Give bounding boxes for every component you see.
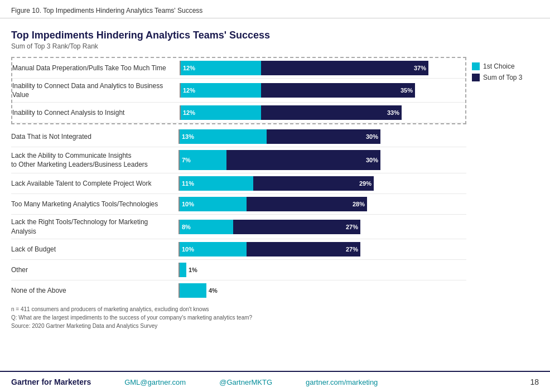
- legend-color-first: [472, 62, 480, 70]
- bar-first-value: 10%: [182, 201, 194, 207]
- bar-group: 30%13%: [178, 129, 466, 144]
- bar-row: Manual Data Preperation/Pulls Take Too M…: [12, 58, 465, 79]
- legend-label-top3: Sum of Top 3: [483, 74, 523, 81]
- bar-top3-value: 35%: [401, 87, 413, 94]
- footer-twitter: @GartnerMKTG: [219, 378, 272, 386]
- bar-label: Other: [11, 265, 178, 274]
- bar-row: Too Many Marketing Analytics Tools/Techn…: [11, 194, 466, 215]
- bar-first: 11%: [180, 176, 253, 191]
- bar-row: Inability to Connect Analysis to Insight…: [12, 103, 465, 123]
- bar-row: Lack the Right Tools/Technology for Mark…: [11, 215, 466, 239]
- page: Figure 10. Top Impediments Hindering Ana…: [0, 0, 550, 392]
- figure-label: Figure 10. Top Impediments Hindering Ana…: [0, 0, 550, 18]
- bar-label: Inability to Connect Data and Analytics …: [12, 81, 180, 99]
- footer-page: 18: [530, 378, 539, 386]
- chart-subtitle: Sum of Top 3 Rank/Top Rank: [11, 42, 539, 50]
- bar-first: 8%: [180, 220, 233, 234]
- bar-group: 28%10%: [178, 197, 466, 211]
- legend-item-first: 1st Choice: [472, 62, 539, 70]
- bar-row: Lack the Ability to Communicate Insights…: [11, 147, 466, 173]
- bar-top3-value: 28%: [353, 201, 365, 207]
- bar-group: 27%8%: [178, 220, 466, 234]
- bar-first-value: 12%: [183, 109, 195, 116]
- bar-top3-value: 27%: [346, 246, 358, 253]
- bar-label: Inability to Connect Analysis to Insight: [12, 108, 180, 117]
- chart-container: Top Impediments Hindering Analytics Team…: [0, 18, 550, 371]
- legend: 1st Choice Sum of Top 3: [466, 57, 539, 365]
- bar-first-value: 12%: [183, 87, 195, 94]
- bar-label: Lack the Ability to Communicate Insights…: [11, 151, 178, 169]
- bar-row: Data That is Not Integrated30%13%: [11, 127, 466, 147]
- legend-item-top3: Sum of Top 3: [472, 74, 539, 81]
- bar-top3-value: 27%: [346, 224, 358, 230]
- bar-group: 35%12%: [180, 83, 465, 98]
- bar-first: 13%: [180, 129, 267, 144]
- bar-group: 37%12%: [180, 61, 465, 75]
- bar-row: Lack of Budget27%10%: [11, 239, 466, 260]
- bar-first-value: 11%: [182, 180, 194, 187]
- bar-label: Too Many Marketing Analytics Tools/Techn…: [11, 200, 178, 209]
- bar-label: Lack of Budget: [11, 245, 178, 254]
- legend-color-top3: [472, 74, 480, 81]
- bar-top3-value: 33%: [387, 109, 399, 116]
- bar-first: 7%: [180, 150, 226, 170]
- bar-group: 27%10%: [178, 242, 466, 257]
- chart-main: Manual Data Preperation/Pulls Take Too M…: [11, 57, 466, 365]
- bar-first-value: 8%: [182, 224, 191, 230]
- bar-label: Data That is Not Integrated: [11, 132, 178, 141]
- bar-group: 33%12%: [180, 105, 465, 120]
- bar-group: 30%7%: [178, 150, 466, 170]
- bar-group: 29%11%: [178, 176, 466, 191]
- bar-top3-value: 30%: [366, 157, 378, 163]
- bar-outer-value: 1%: [189, 267, 197, 273]
- bar-first-value: 12%: [183, 65, 195, 71]
- bar-top3-value: 37%: [414, 65, 426, 71]
- bar-first: 12%: [181, 105, 261, 120]
- footer-brand: Gartner for Marketers: [11, 378, 91, 386]
- chart-area: Manual Data Preperation/Pulls Take Too M…: [11, 57, 539, 365]
- footer: Gartner for Marketers GML@gartner.com @G…: [0, 371, 550, 392]
- bar-first: 10%: [180, 197, 247, 211]
- chart-title: Top Impediments Hindering Analytics Team…: [11, 30, 539, 41]
- bar-top3-value: 30%: [366, 133, 378, 140]
- bar-row: None of the Above4%: [11, 280, 466, 301]
- bar-label: None of the Above: [11, 286, 178, 295]
- bar-label: Lack Available Talent to Complete Projec…: [11, 179, 178, 188]
- bar-row: Inability to Connect Data and Analytics …: [12, 79, 465, 103]
- bar-first-value: 13%: [182, 133, 194, 140]
- footer-email: GML@gartner.com: [124, 378, 186, 386]
- bar-first: 12%: [181, 83, 261, 98]
- bar-first: [180, 283, 206, 298]
- bar-row: Other1%: [11, 260, 466, 280]
- bar-group: 4%: [178, 283, 466, 298]
- dashed-group: Manual Data Preperation/Pulls Take Too M…: [11, 57, 466, 124]
- bar-first: 12%: [181, 61, 261, 75]
- bar-first: 10%: [180, 242, 247, 257]
- footer-website: gartner.com/marketing: [306, 378, 378, 386]
- bars-wrapper: Manual Data Preperation/Pulls Take Too M…: [11, 57, 466, 301]
- bar-outer-value: 4%: [209, 287, 218, 294]
- bar-first: [180, 263, 186, 277]
- bar-label: Lack the Right Tools/Technology for Mark…: [11, 217, 178, 235]
- bar-row: Lack Available Talent to Complete Projec…: [11, 173, 466, 194]
- bar-group: 1%: [178, 263, 466, 277]
- bar-label: Manual Data Preperation/Pulls Take Too M…: [12, 64, 180, 72]
- footnotes: n = 411 consumers and producers of marke…: [11, 301, 466, 332]
- bar-first-value: 7%: [182, 157, 191, 163]
- bar-top3-value: 29%: [359, 180, 372, 187]
- legend-label-first: 1st Choice: [483, 62, 515, 70]
- bar-first-value: 10%: [182, 246, 194, 253]
